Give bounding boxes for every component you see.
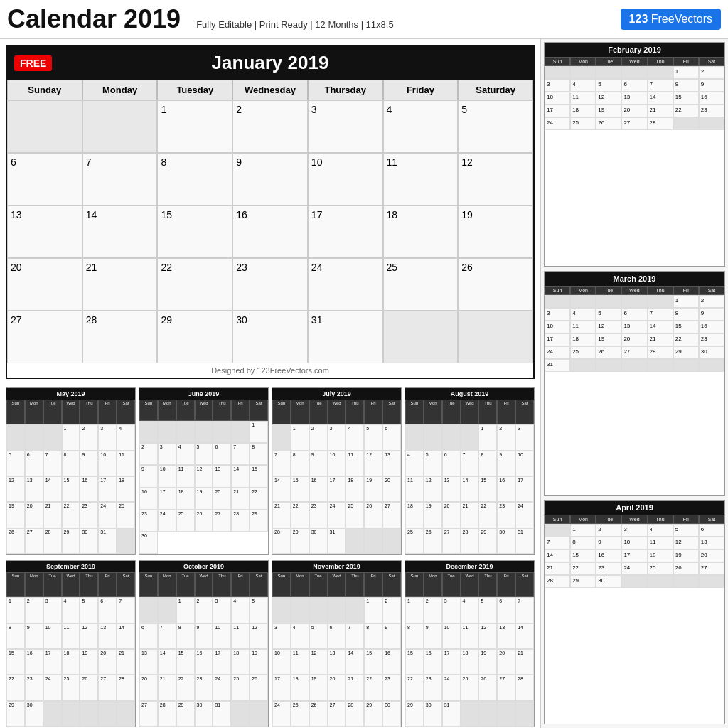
small-day-cell: [195, 421, 213, 443]
small-day-cell: 30: [382, 701, 401, 727]
small-day-cell: 3: [328, 424, 346, 450]
right-day-cell: [673, 575, 699, 588]
day-cell: 22: [157, 258, 232, 311]
small-day-header: Sun: [405, 400, 424, 424]
small-day-cell: [515, 701, 534, 727]
small-day-cell: 29: [250, 510, 268, 532]
right-day-cell: 15: [673, 92, 699, 105]
small-day-header: Mon: [25, 400, 43, 424]
small-day-cell: 26: [195, 510, 213, 532]
right-day-cell: 21: [648, 105, 673, 117]
small-day-cell: [80, 701, 98, 727]
small-day-cell: 26: [250, 675, 268, 700]
right-day-cell: 14: [648, 92, 673, 105]
small-day-cell: 28: [272, 528, 291, 554]
small-day-cell: 25: [291, 701, 309, 727]
small-day-cell: 19: [478, 649, 497, 675]
small-day-cell: 11: [346, 451, 364, 476]
small-day-cell: 22: [250, 488, 268, 510]
small-day-cell: 31: [515, 528, 534, 554]
page-header: Calendar 2019 Fully Editable | Print Rea…: [0, 0, 728, 39]
january-calendar: FREE January 2019 SundayMondayTuesdayWed…: [6, 45, 535, 379]
right-day-header: Fri: [673, 286, 699, 295]
small-day-header: Sat: [382, 572, 401, 597]
small-day-cell: 18: [405, 502, 424, 528]
left-side: FREE January 2019 SundayMondayTuesdayWed…: [0, 39, 540, 728]
small-day-cell: [231, 701, 250, 727]
small-cal-grid: SunMonTueWedThuFriSat1234567891011121314…: [139, 572, 268, 727]
day-cell: 5: [458, 100, 533, 153]
small-day-cell: 22: [364, 675, 382, 700]
small-day-cell: 13: [328, 649, 346, 675]
right-day-cell: 10: [621, 537, 647, 550]
right-day-cell: 28: [648, 346, 673, 359]
small-day-cell: 7: [346, 623, 364, 649]
small-day-cell: 6: [98, 597, 117, 623]
small-day-cell: [139, 421, 158, 443]
right-day-cell: 3: [545, 79, 570, 92]
small-day-cell: 16: [382, 649, 401, 675]
right-day-cell: [699, 359, 724, 372]
small-day-cell: 21: [346, 675, 364, 700]
small-calendar: October 2019SunMonTueWedThuFriSat1234567…: [139, 560, 269, 727]
small-day-cell: [309, 597, 328, 623]
right-day-cell: 3: [621, 524, 647, 537]
small-day-cell: [478, 701, 497, 727]
right-cal-header: March 2019: [545, 272, 724, 286]
right-day-cell: 26: [596, 346, 621, 359]
small-day-header: Fri: [231, 572, 250, 597]
small-day-header: Tue: [176, 572, 195, 597]
small-day-cell: 2: [382, 597, 401, 623]
small-day-cell: 26: [309, 701, 328, 727]
day-cell: 28: [82, 311, 158, 363]
small-day-header: Sun: [139, 572, 158, 597]
small-day-cell: 16: [195, 649, 213, 675]
day-header: Friday: [383, 80, 459, 100]
small-day-cell: [231, 421, 250, 443]
small-day-cell: 20: [25, 502, 43, 528]
right-day-cell: 8: [673, 79, 699, 92]
right-day-cell: 24: [545, 117, 570, 130]
day-cell: 17: [308, 205, 383, 258]
small-day-cell: 30: [424, 701, 442, 727]
small-row-2: September 2019SunMonTueWedThuFriSat12345…: [0, 557, 540, 728]
small-day-header: Tue: [43, 572, 62, 597]
small-cal-grid: SunMonTueWedThuFriSat1234567891011121314…: [272, 572, 401, 727]
free-badge: FREE: [14, 55, 52, 71]
small-day-cell: 6: [213, 443, 231, 465]
small-day-cell: 29: [6, 701, 25, 727]
right-day-header: Mon: [570, 57, 596, 66]
right-small-calendar: April 2019SunMonTueWedThuFriSat123456789…: [544, 500, 725, 724]
right-day-cell: 15: [673, 321, 699, 333]
small-cal-grid: SunMonTueWedThuFriSat1234567891011121314…: [6, 400, 135, 554]
small-cal-header: October 2019: [139, 561, 268, 572]
small-cal-header: July 2019: [272, 388, 401, 400]
small-day-cell: [461, 701, 479, 727]
small-day-cell: 27: [213, 510, 231, 532]
right-day-cell: 28: [545, 575, 570, 588]
small-day-header: Wed: [328, 572, 346, 597]
small-day-header: Wed: [62, 400, 80, 424]
right-day-cell: 5: [673, 524, 699, 537]
right-day-cell: 7: [648, 79, 673, 92]
small-day-cell: 8: [291, 451, 309, 476]
small-day-cell: 20: [328, 675, 346, 700]
small-day-cell: 4: [461, 597, 479, 623]
small-day-header: Tue: [442, 572, 461, 597]
small-day-cell: 25: [461, 675, 479, 700]
small-calendar: December 2019SunMonTueWedThuFriSat123456…: [405, 560, 535, 727]
small-day-cell: 6: [497, 597, 515, 623]
right-day-cell: 6: [699, 524, 724, 537]
small-day-cell: 9: [309, 451, 328, 476]
small-day-cell: 8: [405, 623, 424, 649]
right-day-cell: 7: [648, 308, 673, 321]
right-day-cell: 21: [545, 562, 570, 575]
right-day-cell: 17: [545, 105, 570, 117]
day-cell: 21: [82, 258, 158, 311]
small-cal-grid: SunMonTueWedThuFriSat1234567891011121314…: [405, 400, 534, 554]
small-day-header: Fri: [231, 400, 250, 421]
small-day-cell: 20: [442, 502, 461, 528]
small-day-cell: 19: [364, 476, 382, 502]
small-day-cell: 7: [231, 443, 250, 465]
small-day-cell: 7: [272, 451, 291, 476]
